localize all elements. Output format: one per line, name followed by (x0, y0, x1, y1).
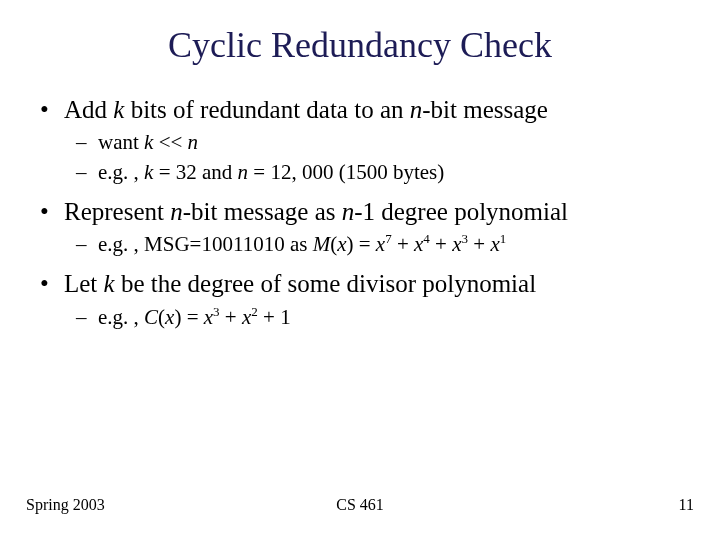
bullet-list: Add k bits of redundant data to an n-bit… (22, 94, 698, 331)
bullet-2-1: e.g. , MSG=10011010 as M(x) = x7 + x4 + … (98, 231, 698, 258)
text: want (98, 130, 144, 154)
sub-list: e.g. , C(x) = x3 + x2 + 1 (64, 304, 698, 331)
text: be the degree of some divisor polynomial (115, 270, 536, 297)
exp: 1 (500, 231, 507, 246)
slide-title: Cyclic Redundancy Check (22, 24, 698, 66)
var-x: x (490, 232, 499, 256)
bullet-1-1: want k << n (98, 129, 698, 156)
text: -bit message (422, 96, 548, 123)
sub-list: want k << n e.g. , k = 32 and n = 12, 00… (64, 129, 698, 186)
footer-right: 11 (679, 496, 694, 514)
footer-center: CS 461 (26, 496, 694, 514)
bullet-1: Add k bits of redundant data to an n-bit… (64, 94, 698, 186)
var-x: x (204, 305, 213, 329)
var-M: M (313, 232, 331, 256)
text: Represent (64, 198, 170, 225)
text: Let (64, 270, 104, 297)
text: -bit message as (183, 198, 342, 225)
text: = (181, 305, 203, 329)
text: = 32 and (153, 160, 237, 184)
text: + (258, 305, 280, 329)
var-k: k (144, 160, 153, 184)
text: e.g. , (98, 305, 144, 329)
text: 1 (280, 305, 291, 329)
bullet-1-2: e.g. , k = 32 and n = 12, 000 (1500 byte… (98, 159, 698, 186)
text: = (353, 232, 375, 256)
bullet-3-1: e.g. , C(x) = x3 + x2 + 1 (98, 304, 698, 331)
var-C: C (144, 305, 158, 329)
var-x: x (452, 232, 461, 256)
text: + (392, 232, 414, 256)
footer-left: Spring 2003 (26, 496, 105, 514)
text: + (468, 232, 490, 256)
bullet-3: Let k be the degree of some divisor poly… (64, 268, 698, 331)
var-x: x (242, 305, 251, 329)
text: << (153, 130, 187, 154)
slide: Cyclic Redundancy Check Add k bits of re… (0, 0, 720, 540)
var-k: k (144, 130, 153, 154)
var-k: k (104, 270, 115, 297)
text: + (430, 232, 452, 256)
text: e.g. , MSG=10011010 as (98, 232, 313, 256)
var-k: k (113, 96, 124, 123)
text: Add (64, 96, 113, 123)
var-x: x (376, 232, 385, 256)
text: e.g. , (98, 160, 144, 184)
text: bits of redundant data to an (124, 96, 409, 123)
text: = 12, 000 (1500 bytes) (248, 160, 444, 184)
text: -1 degree polynomial (354, 198, 568, 225)
var-n: n (170, 198, 183, 225)
var-n: n (342, 198, 355, 225)
var-n: n (188, 130, 199, 154)
sub-list: e.g. , MSG=10011010 as M(x) = x7 + x4 + … (64, 231, 698, 258)
var-n: n (410, 96, 423, 123)
var-x: x (414, 232, 423, 256)
text: + (220, 305, 242, 329)
var-n: n (238, 160, 249, 184)
footer: Spring 2003 CS 461 11 (0, 496, 720, 514)
bullet-2: Represent n-bit message as n-1 degree po… (64, 196, 698, 259)
